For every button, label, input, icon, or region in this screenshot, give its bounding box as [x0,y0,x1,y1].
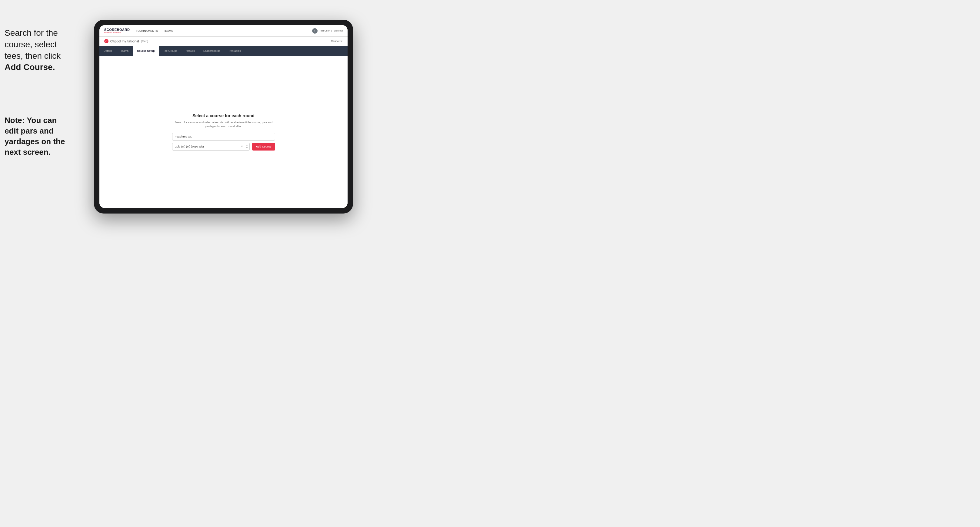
nav-separator: | [331,29,332,32]
cancel-icon: ✕ [340,40,343,43]
select-course-title: Select a course for each round [172,113,275,118]
tournament-gender: (Men) [141,40,148,43]
tab-printables[interactable]: Printables [224,46,245,56]
tab-teams[interactable]: Teams [116,46,133,56]
tablet-device: SCOREBOARD Powered by clippd TOURNAMENTS… [94,20,353,214]
user-avatar: T [312,28,318,33]
tee-clear-button[interactable]: ✕ [241,145,243,148]
nav-links: TOURNAMENTS TEAMS [136,29,312,32]
nav-teams[interactable]: TEAMS [163,29,173,32]
tee-select-row: Gold (M) (M) (7010 yds) ✕ ▲ ▼ Add Course [172,143,275,151]
user-name: Test User [320,29,330,32]
tournament-icon: C [104,39,108,43]
tab-bar: Details Teams Course Setup Tee Groups Re… [99,46,348,56]
tab-details[interactable]: Details [99,46,116,56]
select-course-container: Select a course for each round Search fo… [172,113,275,150]
logo-sub: Powered by clippd [104,32,130,33]
tee-select[interactable]: Gold (M) (M) (7010 yds) [172,143,250,151]
select-course-description: Search for a course and select a tee. Yo… [172,121,275,128]
cancel-button[interactable]: Cancel ✕ [331,40,343,43]
tee-select-wrapper: Gold (M) (M) (7010 yds) ✕ ▲ ▼ [172,143,250,151]
logo-text: SCOREBOARD [104,28,130,32]
course-search-input[interactable] [172,133,275,141]
add-course-button[interactable]: Add Course [252,143,275,151]
annotation-text: Search for the course, select tees, then… [5,27,89,73]
main-content: Select a course for each round Search fo… [99,56,348,208]
top-nav: SCOREBOARD Powered by clippd TOURNAMENTS… [99,25,348,37]
tab-results[interactable]: Results [181,46,199,56]
tournament-name: Clippd Invitational [110,40,139,43]
tab-tee-groups[interactable]: Tee Groups [159,46,182,56]
tournament-header: C Clippd Invitational (Men) Cancel ✕ [99,37,348,46]
tournament-title: C Clippd Invitational (Men) [104,39,148,43]
tab-course-setup[interactable]: Course Setup [133,46,159,56]
tab-leaderboards[interactable]: Leaderboards [199,46,224,56]
top-nav-right: T Test User | Sign out [312,28,343,33]
tablet-screen: SCOREBOARD Powered by clippd TOURNAMENTS… [99,25,348,208]
logo-area: SCOREBOARD Powered by clippd [104,28,130,33]
nav-tournaments[interactable]: TOURNAMENTS [136,29,158,32]
annotation-note: Note: You can edit pars and yardages on … [5,115,86,157]
sign-out-link[interactable]: Sign out [334,29,343,32]
